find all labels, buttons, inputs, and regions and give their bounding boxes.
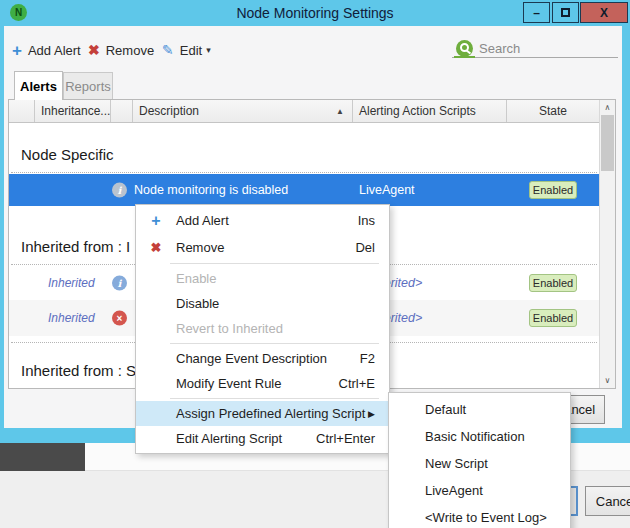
minimize-icon: – xyxy=(533,6,540,20)
error-icon: × xyxy=(112,311,127,326)
alerting-script-submenu: Default Basic Notification New Script Li… xyxy=(388,392,571,528)
window-border-right xyxy=(622,26,630,428)
background-cancel-button[interactable]: Cancel xyxy=(585,486,630,516)
menu-item-shortcut: Ctrl+Enter xyxy=(316,431,375,446)
remove-icon: ✖ xyxy=(136,240,176,255)
submenu-item-default[interactable]: Default xyxy=(389,396,570,423)
remove-icon: ✖ xyxy=(88,42,100,58)
menu-item-label: Modify Event Rule xyxy=(176,376,339,391)
info-icon: i xyxy=(112,276,127,291)
menu-separator xyxy=(170,398,379,399)
menu-item-add-alert[interactable]: + Add Alert Ins xyxy=(136,207,389,234)
add-alert-button[interactable]: + Add Alert xyxy=(12,40,81,60)
status-badge: Enabled xyxy=(529,309,577,327)
menu-item-assign-predefined-alerting-script[interactable]: Assign Predefined Alerting Script ▶ xyxy=(136,401,389,426)
add-alert-label: Add Alert xyxy=(28,43,81,58)
menu-item-label: Assign Predefined Alerting Script xyxy=(176,406,368,421)
search-icon xyxy=(456,40,473,57)
search-underline-accent xyxy=(454,56,475,58)
close-button[interactable]: X xyxy=(580,2,628,23)
submenu-item-liveagent[interactable]: LiveAgent xyxy=(389,477,570,504)
menu-item-revert-to-inherited: Revert to Inherited xyxy=(136,316,389,341)
menu-item-edit-alerting-script[interactable]: Edit Alerting Script Ctrl+Enter xyxy=(136,426,389,451)
menu-item-label: Remove xyxy=(176,240,355,255)
minimize-button[interactable]: – xyxy=(523,2,550,23)
taskbar-fragment xyxy=(0,443,85,471)
menu-item-label: Disable xyxy=(176,296,375,311)
menu-item-label: Change Event Description xyxy=(176,351,360,366)
table-header-row: Inheritance... Description ▲ Alerting Ac… xyxy=(9,100,599,123)
group-divider xyxy=(11,172,597,173)
menu-separator xyxy=(170,263,379,264)
row-inheritance: Inherited xyxy=(48,276,95,290)
maximize-button[interactable] xyxy=(552,2,579,23)
close-icon: X xyxy=(600,6,608,20)
submenu-item-basic-notification[interactable]: Basic Notification xyxy=(389,423,570,450)
pencil-icon: ✎ xyxy=(162,42,174,58)
scrollbar-thumb[interactable] xyxy=(601,115,614,171)
maximize-icon xyxy=(561,8,570,17)
plus-icon: + xyxy=(136,212,176,230)
submenu-item-new-script[interactable]: New Script xyxy=(389,450,570,477)
row-description: Node monitoring is disabled xyxy=(134,183,288,197)
scroll-up-icon[interactable]: ∧ xyxy=(600,100,615,115)
search-underline xyxy=(452,57,618,58)
remove-button[interactable]: ✖ Remove xyxy=(88,40,154,60)
group-header-inherited-2: Inherited from : S xyxy=(21,362,136,379)
search-input[interactable] xyxy=(479,40,617,57)
menu-item-shortcut: Del xyxy=(355,240,375,255)
scroll-down-icon[interactable]: ∨ xyxy=(600,373,615,388)
column-header-state[interactable]: State xyxy=(507,100,599,122)
chevron-down-icon: ▾ xyxy=(206,45,211,55)
column-header-description[interactable]: Description ▲ xyxy=(133,100,353,122)
status-badge: Enabled xyxy=(529,274,577,292)
menu-item-change-event-description[interactable]: Change Event Description F2 xyxy=(136,346,389,371)
tab-reports[interactable]: Reports xyxy=(63,72,113,99)
menu-item-label: Add Alert xyxy=(176,213,358,228)
plus-icon: + xyxy=(12,42,22,59)
column-header-empty[interactable] xyxy=(9,100,35,122)
menu-item-label: Edit Alerting Script xyxy=(176,431,316,446)
menu-item-disable[interactable]: Disable xyxy=(136,291,389,316)
group-header-node-specific: Node Specific xyxy=(21,146,114,163)
column-header-inheritance[interactable]: Inheritance... xyxy=(35,100,111,122)
description-label: Description xyxy=(139,104,199,118)
screen: Cancel N Node Monitoring Settings – X + … xyxy=(0,0,630,528)
menu-item-enable: Enable xyxy=(136,266,389,291)
menu-separator xyxy=(170,343,379,344)
status-badge: Enabled xyxy=(529,181,577,199)
info-icon: i xyxy=(112,183,127,198)
row-script: LiveAgent xyxy=(359,183,415,197)
column-header-scripts[interactable]: Alerting Action Scripts xyxy=(353,100,507,122)
submenu-item-write-to-event-log[interactable]: <Write to Event Log> xyxy=(389,504,570,528)
row-inheritance: Inherited xyxy=(48,311,95,325)
column-header-icon[interactable] xyxy=(111,100,133,122)
menu-item-shortcut: Ctrl+E xyxy=(339,376,375,391)
remove-label: Remove xyxy=(106,43,154,58)
group-header-inherited-1: Inherited from : I xyxy=(21,238,130,255)
table-row-selected[interactable]: i Node monitoring is disabled LiveAgent … xyxy=(9,174,599,206)
submenu-arrow-icon: ▶ xyxy=(368,409,375,419)
menu-item-label: Revert to Inherited xyxy=(176,321,375,336)
tab-alerts[interactable]: Alerts xyxy=(14,71,63,100)
menu-item-shortcut: Ins xyxy=(358,213,375,228)
menu-item-modify-event-rule[interactable]: Modify Event Rule Ctrl+E xyxy=(136,371,389,396)
menu-item-shortcut: F2 xyxy=(360,351,375,366)
sort-ascending-icon: ▲ xyxy=(336,107,344,116)
edit-dropdown-button[interactable]: ✎ Edit ▾ xyxy=(162,40,211,60)
menu-item-remove[interactable]: ✖ Remove Del xyxy=(136,234,389,261)
context-menu: + Add Alert Ins ✖ Remove Del Enable Disa… xyxy=(135,204,390,454)
edit-label: Edit xyxy=(180,43,202,58)
menu-item-label: Enable xyxy=(176,271,375,286)
titlebar[interactable]: N Node Monitoring Settings – X xyxy=(0,0,630,26)
vertical-scrollbar[interactable]: ∧ ∨ xyxy=(599,100,615,388)
